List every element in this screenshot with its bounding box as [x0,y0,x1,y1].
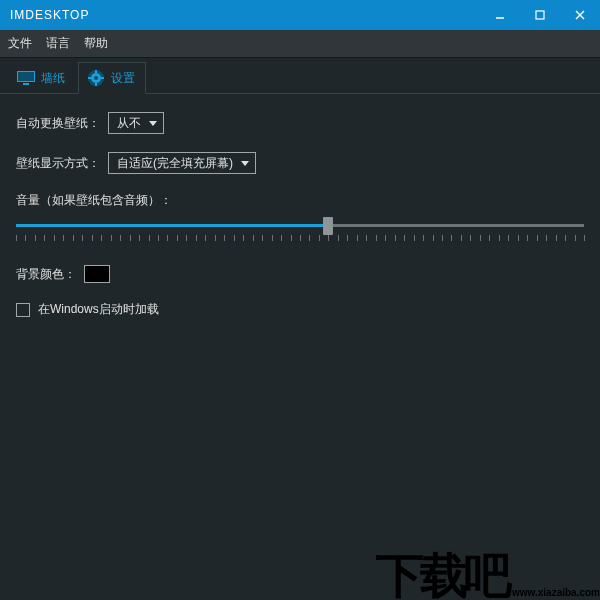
chevron-down-icon [241,161,249,166]
slider-ticks [16,235,584,243]
auto-change-select[interactable]: 从不 [108,112,164,134]
svg-rect-5 [18,72,34,81]
settings-panel: 自动更换壁纸： 从不 壁纸显示方式： 自适应(完全填充屏幕) 音量（如果壁纸包含… [0,94,600,354]
svg-rect-1 [536,11,544,19]
tab-settings[interactable]: 设置 [78,62,146,94]
startup-checkbox[interactable] [16,303,30,317]
tab-wallpaper-label: 墙纸 [41,70,65,87]
volume-label: 音量（如果壁纸包含音频）： [16,192,172,209]
volume-slider[interactable] [16,219,584,233]
app-title: IMDESKTOP [10,8,89,22]
watermark-text: 下载吧 [376,552,508,600]
tab-settings-label: 设置 [111,70,135,87]
tab-bar: 墙纸 设置 [0,58,600,94]
display-mode-label: 壁纸显示方式： [16,155,100,172]
minimize-button[interactable] [480,0,520,30]
watermark: 下载吧 www.xiazaiba.com [376,552,600,600]
menu-bar: 文件 语言 帮助 [0,30,600,58]
menu-help[interactable]: 帮助 [84,35,108,52]
display-mode-select[interactable]: 自适应(完全填充屏幕) [108,152,256,174]
menu-file[interactable]: 文件 [8,35,32,52]
menu-language[interactable]: 语言 [46,35,70,52]
startup-label: 在Windows启动时加载 [38,301,159,318]
maximize-button[interactable] [520,0,560,30]
bg-color-picker[interactable] [84,265,110,283]
tab-wallpaper[interactable]: 墙纸 [8,62,76,94]
auto-change-value: 从不 [117,115,141,132]
chevron-down-icon [149,121,157,126]
gear-icon [87,69,105,87]
auto-change-label: 自动更换壁纸： [16,115,100,132]
title-bar: IMDESKTOP [0,0,600,30]
svg-point-9 [94,76,98,80]
monitor-icon [17,69,35,87]
display-mode-value: 自适应(完全填充屏幕) [117,155,233,172]
bg-color-label: 背景颜色： [16,266,76,283]
close-button[interactable] [560,0,600,30]
svg-rect-6 [23,83,29,85]
watermark-url: www.xiazaiba.com [512,588,600,598]
